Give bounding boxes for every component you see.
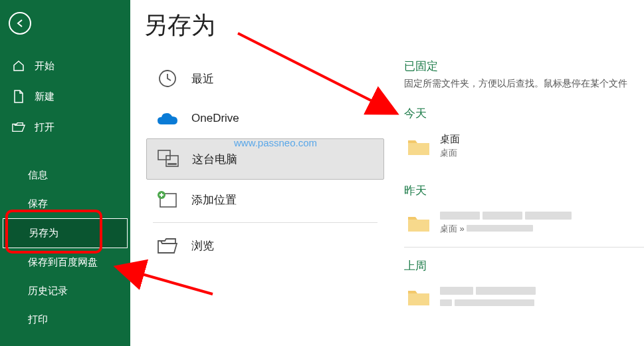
location-browse[interactable]: 浏览: [146, 226, 384, 265]
sidebar-item-history[interactable]: 历史记录: [0, 277, 130, 305]
file-icon: [12, 90, 25, 103]
sidebar-item-label: 打开: [35, 121, 54, 134]
folder-icon: [407, 287, 431, 307]
svg-rect-3: [168, 164, 176, 164]
location-onedrive[interactable]: OneDrive: [146, 98, 384, 138]
location-add-place[interactable]: 添加位置: [146, 180, 384, 220]
folder-item-blurred[interactable]: 桌面 »: [404, 205, 644, 240]
home-icon: [12, 59, 25, 73]
folder-path: 桌面 »: [440, 223, 572, 235]
page-title: 另存为: [144, 9, 215, 42]
location-label: 添加位置: [191, 192, 237, 208]
thispc-icon: [156, 147, 180, 171]
recent-folders-panel: 已固定 固定所需文件夹，方便以后查找。鼠标悬停在某个文件 今天 桌面 桌面 昨天…: [392, 59, 644, 346]
backstage-sidebar: 开始 新建 打开 信息 保存 另存为 保存到百度网盘 历史记录 打印: [0, 0, 130, 346]
sidebar-item-open[interactable]: 打开: [0, 112, 130, 142]
back-button[interactable]: [9, 12, 31, 35]
location-label: 浏览: [191, 238, 214, 254]
folder-icon: [407, 213, 431, 233]
sidebar-item-print[interactable]: 打印: [0, 305, 130, 334]
folder-path: 桌面: [440, 147, 460, 159]
pinned-section-subtitle: 固定所需文件夹，方便以后查找。鼠标悬停在某个文件: [404, 78, 644, 90]
folder-item-blurred[interactable]: [404, 280, 644, 313]
svg-rect-1: [158, 150, 170, 160]
folder-item-desktop[interactable]: 桌面 桌面: [404, 128, 644, 164]
location-recent[interactable]: 最近: [146, 59, 384, 98]
watermark-text: www.passneo.com: [234, 137, 317, 148]
location-list: 最近 OneDrive 这台电脑 添加位置 浏览: [146, 59, 392, 346]
folder-name: 桌面: [440, 133, 460, 146]
sidebar-item-save-as[interactable]: 另存为: [3, 218, 128, 248]
location-label: OneDrive: [191, 112, 239, 125]
sidebar-item-label: 新建: [35, 90, 54, 103]
add-location-icon: [156, 188, 179, 212]
folder-icon: [407, 136, 431, 156]
day-group-today: 今天: [404, 106, 644, 121]
location-divider: [153, 222, 377, 223]
sidebar-item-label: 开始: [35, 60, 54, 73]
folder-name-blurred: [440, 285, 536, 297]
pinned-section-title: 已固定: [404, 59, 644, 74]
day-group-yesterday: 昨天: [404, 183, 644, 198]
onedrive-icon: [156, 106, 179, 130]
day-group-lastweek: 上周: [404, 258, 644, 273]
sidebar-item-save-baidu[interactable]: 保存到百度网盘: [0, 248, 130, 277]
folder-open-icon: [12, 120, 25, 134]
main-content: 另存为 最近 OneDrive 这台电脑 添加位置: [130, 0, 644, 346]
group-divider: [404, 247, 644, 248]
folder-text: 桌面 »: [440, 210, 572, 235]
folder-text: 桌面 桌面: [440, 133, 460, 159]
sidebar-item-new[interactable]: 新建: [0, 81, 130, 112]
location-label: 最近: [191, 71, 214, 86]
location-label: 这台电脑: [192, 152, 237, 167]
back-arrow-icon: [15, 18, 25, 29]
folder-path-blurred: [440, 298, 536, 308]
clock-icon: [156, 67, 179, 90]
sidebar-item-save[interactable]: 保存: [0, 190, 130, 218]
browse-folder-icon: [156, 234, 179, 258]
folder-text: [440, 285, 536, 308]
folder-name-blurred: [440, 210, 572, 222]
sidebar-item-home[interactable]: 开始: [0, 51, 130, 81]
sidebar-item-info[interactable]: 信息: [0, 161, 130, 190]
